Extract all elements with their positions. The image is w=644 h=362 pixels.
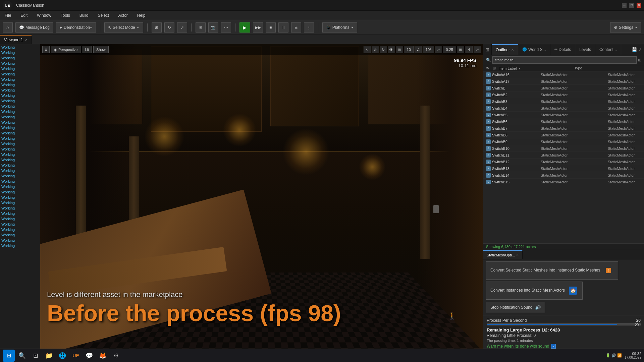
row-label: SwitchB8 [492, 133, 541, 137]
snap-angle-value[interactable]: 10° [423, 46, 434, 53]
search-taskbar-button[interactable]: 🔍 [16, 350, 28, 362]
taskbar-clock[interactable]: 09:32 17.08.2022 [625, 352, 641, 359]
label-column-header[interactable]: Item Label ▲ [499, 66, 574, 70]
select-icon[interactable]: ↖ [364, 46, 371, 53]
search-input[interactable] [492, 56, 637, 64]
menu-select[interactable]: Select [96, 12, 111, 18]
rotate-icon[interactable]: ↻ [380, 46, 387, 53]
fps-value: 98.94 FPS [454, 58, 476, 63]
translate-icon[interactable]: ⊕ [372, 46, 379, 53]
screen-value-button[interactable]: 4 [465, 46, 473, 53]
menu-window[interactable]: Window [35, 12, 53, 18]
camera-button[interactable]: 📷 [208, 22, 218, 33]
snap-angle-icon[interactable]: ∠ [415, 46, 422, 53]
table-row[interactable]: S SwitchB12 StaticMeshActor StaticMeshAc… [483, 159, 644, 165]
demonstration-button[interactable]: ▶ Demonstration+ [56, 22, 96, 33]
filter-icon[interactable]: ⊞ [638, 58, 641, 62]
options-dots-button[interactable]: ⋮ [304, 22, 314, 33]
stop-button[interactable]: ■ [266, 22, 276, 33]
grid-icon[interactable]: ⊞ [396, 46, 403, 53]
table-row[interactable]: S SwitchB9 StaticMeshActor StaticMeshAct… [483, 138, 644, 145]
menu-tools[interactable]: Tools [59, 12, 72, 18]
type-column-header[interactable]: Type [574, 66, 641, 70]
table-row[interactable]: S SwitchB5 StaticMeshActor StaticMeshAct… [483, 112, 644, 118]
explorer-button[interactable]: 📁 [43, 350, 55, 362]
scale-value-button[interactable]: 0.25 [443, 46, 456, 53]
table-row[interactable]: S SwitchB15 StaticMeshActor StaticMeshAc… [483, 179, 644, 185]
tab-content[interactable]: Content... [595, 44, 621, 55]
tab-details[interactable]: ✏ Details [550, 44, 576, 55]
scale-icon[interactable]: ⤢ [435, 46, 442, 53]
play-button[interactable]: ▶ [239, 22, 250, 33]
table-row[interactable]: S SwitchB StaticMeshActor StaticMeshActo… [483, 85, 644, 92]
lit-button[interactable]: Lit [82, 46, 92, 53]
app-button[interactable]: ⚙ [110, 350, 122, 362]
left-sidebar: Working Working Working Working Working … [0, 44, 40, 351]
table-row[interactable]: S SwitchB3 StaticMeshActor StaticMeshAct… [483, 98, 644, 105]
transform-move-button[interactable]: ⊕ [152, 22, 162, 33]
more-button[interactable]: ⋯ [221, 22, 231, 33]
table-row[interactable]: S SwitchA17 StaticMeshActor StaticMeshAc… [483, 78, 644, 85]
transform-rotate-button[interactable]: ↻ [164, 22, 174, 33]
menu-file[interactable]: File [3, 12, 13, 18]
platforms-button[interactable]: 📱 Platforms ▼ [322, 22, 358, 33]
toolbar-home-icon[interactable]: ⌂ [3, 22, 13, 33]
expand-icon[interactable]: ⤢ [638, 47, 642, 52]
ue-taskbar-button[interactable]: UE [70, 350, 82, 362]
discord-button[interactable]: 💬 [83, 350, 95, 362]
pause-button[interactable]: ⏸ [278, 22, 288, 33]
minimize-button[interactable]: ─ [622, 3, 627, 8]
table-row[interactable]: S SwitchB11 StaticMeshActor StaticMeshAc… [483, 152, 644, 159]
table-row[interactable]: S SwitchB8 StaticMeshActor StaticMeshAct… [483, 132, 644, 138]
table-row[interactable]: S SwitchB14 StaticMeshActor StaticMeshAc… [483, 172, 644, 179]
viewport-menu-icon[interactable]: ≡ [42, 46, 50, 53]
viewport[interactable]: ≡ ◉ Perspective Lit Show ↖ ⊕ ↻ 👁 ⊞ [40, 44, 483, 351]
settings-button[interactable]: ⚙ Settings ▼ [610, 22, 641, 33]
screen-icon[interactable]: ⊞ [457, 46, 464, 53]
restore-button[interactable]: □ [629, 3, 634, 8]
menu-help[interactable]: Help [135, 12, 148, 18]
table-row[interactable]: S SwitchB13 StaticMeshActor StaticMeshAc… [483, 165, 644, 172]
convert-to-instanced-button[interactable]: Convert Selected Static Meshes into Inst… [486, 261, 618, 280]
close-button[interactable]: ✕ [637, 3, 641, 8]
convert-to-instanced-label: Convert Selected Static Meshes into Inst… [490, 268, 600, 273]
menu-build[interactable]: Build [77, 12, 91, 18]
show-button[interactable]: Show [93, 46, 109, 53]
eye-icon[interactable]: 👁 [388, 46, 395, 53]
menu-actor[interactable]: Actor [116, 12, 130, 18]
tab-world[interactable]: 🌐 World S... [518, 44, 550, 55]
grid-size-button[interactable]: 10 [404, 46, 414, 53]
messagelog-button[interactable]: 💬 Message Log [15, 22, 53, 33]
browser2-button[interactable]: 🦊 [97, 350, 109, 362]
taskview-button[interactable]: ⊡ [30, 350, 42, 362]
opt-tab-close[interactable]: ✕ [516, 253, 519, 257]
transform-scale-button[interactable]: ⤢ [177, 22, 187, 33]
tab-staticmesh-optimizer[interactable]: StaticMeshOpti... ✕ [483, 250, 523, 259]
table-row[interactable]: S SwitchB7 StaticMeshActor StaticMeshAct… [483, 125, 644, 132]
system-tray: 🔋 🔊 📶 [606, 353, 622, 358]
table-row[interactable]: S SwitchB10 StaticMeshActor StaticMeshAc… [483, 145, 644, 152]
start-button[interactable]: ⊞ [3, 350, 15, 362]
table-row[interactable]: S SwitchB2 StaticMeshActor StaticMeshAct… [483, 92, 644, 98]
tab-outliner[interactable]: Outliner ✕ [492, 44, 518, 55]
chrome-button[interactable]: 🌐 [56, 350, 68, 362]
save-icon[interactable]: 💾 [632, 47, 637, 52]
tab-outliner-close[interactable]: ✕ [511, 48, 514, 52]
warn-checkbox[interactable]: ✓ [551, 344, 556, 349]
snap-button[interactable]: ⊞ [196, 22, 206, 33]
table-row[interactable]: S SwitchA16 StaticMeshActor StaticMeshAc… [483, 71, 644, 78]
tab-levels[interactable]: Levels [575, 44, 595, 55]
perspective-button[interactable]: ◉ Perspective [51, 46, 80, 53]
convert-to-static-mesh-button[interactable]: Convert Instances into Static Mesh Actor… [486, 282, 583, 300]
maximize-icon[interactable]: ⤢ [474, 46, 481, 53]
menu-edit[interactable]: Edit [18, 12, 30, 18]
select-mode-button[interactable]: ↖ Select Mode ▼ [104, 22, 143, 33]
convert-to-instanced-icon: ! [603, 265, 614, 276]
play-next-button[interactable]: ▶▶ [253, 22, 263, 33]
table-row[interactable]: S SwitchB6 StaticMeshActor StaticMeshAct… [483, 118, 644, 125]
eject-button[interactable]: ⏏ [291, 22, 301, 33]
viewport-tab[interactable]: Viewport 1 ✕ [0, 35, 32, 44]
table-row[interactable]: S SwitchB4 StaticMeshActor StaticMeshAct… [483, 105, 644, 112]
viewport-tab-close[interactable]: ✕ [25, 38, 28, 42]
stop-sound-button[interactable]: Stop Notification Sound 🔊 [486, 302, 545, 313]
